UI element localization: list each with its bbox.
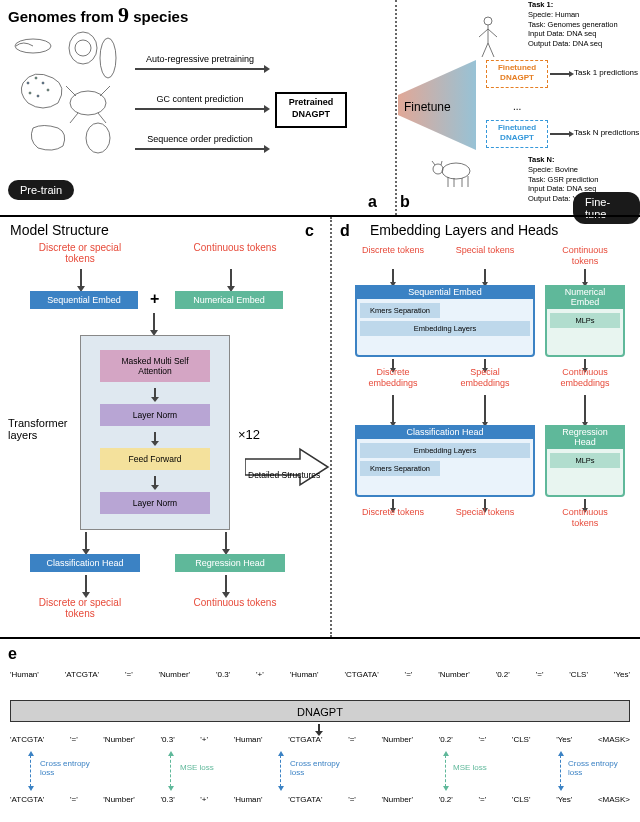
norm-layer-2: Layer Norm: [100, 492, 210, 514]
ce-label: Cross entropy loss: [290, 760, 350, 778]
token-row-1: 'Human''ATCGTA''=''Number''0.3''+''Human…: [10, 670, 630, 679]
c-bot-right: Continuous tokens: [180, 597, 290, 608]
arrow: [85, 575, 87, 593]
label-gc: GC content prediction: [135, 94, 265, 104]
mse-arrow: [445, 755, 447, 787]
token: '+': [200, 735, 208, 744]
svg-point-10: [70, 91, 106, 115]
panel-b-finetune: Finetune Finetuned DNAGPT Finetuned DNAG…: [398, 0, 640, 215]
feedforward-layer: Feed Forward: [100, 448, 210, 470]
svg-point-17: [484, 17, 492, 25]
ce-arrow: [30, 755, 32, 787]
token: 'CLS': [512, 795, 531, 804]
svg-point-3: [100, 38, 116, 78]
task1-desc: Task 1: Specie: Human Task: Genomes gene…: [528, 0, 618, 49]
d-discrete-tokens: Discrete tokens: [358, 245, 428, 256]
token: 'Human': [290, 670, 319, 679]
pretrain-badge: Pre-train: [8, 180, 74, 200]
num-embed-box: Numerical Embed MLPs: [545, 285, 625, 357]
panel-label-a: a: [368, 193, 377, 211]
arrow: [230, 269, 232, 287]
arrow-gc: [135, 108, 265, 110]
arrow: [392, 269, 394, 283]
svg-line-19: [479, 29, 488, 37]
regression-head: Regression Head: [175, 554, 285, 572]
classification-head: Classification Head: [30, 554, 140, 572]
c-top-right: Continuous tokens: [180, 242, 290, 253]
svg-point-5: [35, 77, 37, 79]
svg-point-6: [42, 82, 44, 84]
x12-label: ×12: [238, 427, 260, 442]
d-discrete-emb: Discrete embeddings: [358, 367, 428, 389]
mse-arrow: [170, 755, 172, 787]
svg-line-22: [488, 43, 494, 57]
species-illustration: [8, 28, 128, 158]
arrow: [154, 388, 156, 398]
human-icon: [473, 15, 503, 60]
token: '=': [125, 670, 133, 679]
arrow-seqorder: [135, 148, 265, 150]
detail-arrow: [245, 447, 330, 487]
ce-label: Cross entropy loss: [568, 760, 628, 778]
label-autoregressive: Auto-regressive pretraining: [135, 54, 265, 64]
panel-e-loss: 'Human''ATCGTA''=''Number''0.3''+''Human…: [0, 640, 640, 820]
token: 'ATCGTA': [10, 795, 44, 804]
d-continuous-tokens-2: Continuous tokens: [550, 507, 620, 529]
mse-label: MSE loss: [180, 764, 240, 773]
token: 'CTGATA': [344, 670, 378, 679]
finetune-label: Finetune: [404, 100, 451, 114]
arrow: [225, 575, 227, 593]
divider-horizontal-cd: [0, 637, 640, 639]
token: 'Yes': [614, 670, 630, 679]
svg-line-25: [432, 161, 435, 165]
arrow: [154, 432, 156, 442]
arrow: [154, 476, 156, 486]
token-row-2: 'ATCGTA''=''Number''0.3''+''Human''CTGAT…: [10, 735, 630, 744]
arrow: [318, 724, 320, 732]
token: 'Human': [10, 670, 39, 679]
token: 'Yes': [556, 735, 572, 744]
token: 'CLS': [569, 670, 588, 679]
finetuned-box-2: Finetuned DNAGPT: [486, 120, 548, 148]
arrow: [153, 313, 155, 331]
panel-a-pretrain: Genomes from 9 species: [0, 0, 390, 215]
token: 'ATCGTA': [10, 735, 44, 744]
pretrained-box: Pretrained DNAGPT: [275, 92, 347, 128]
divider-vertical-cd: [330, 217, 332, 637]
attention-layer: Masked Multi Self Attention: [100, 350, 210, 382]
panel-c-model: Model Structure Discrete or special toke…: [0, 217, 330, 637]
norm-layer-1: Layer Norm: [100, 404, 210, 426]
d-continuous-tokens: Continuous tokens: [550, 245, 620, 267]
detail-label: Detailed Structures: [248, 470, 320, 480]
c-top-left: Discrete or special tokens: [35, 242, 125, 264]
token: 'Number': [103, 735, 135, 744]
token: 'Human': [234, 795, 263, 804]
seq-embed-box: Sequential Embed Kmers Separation Embedd…: [355, 285, 535, 357]
title: Genomes from 9 species: [8, 2, 188, 28]
token: 'Number': [382, 795, 414, 804]
c-bot-left: Discrete or special tokens: [35, 597, 125, 619]
token: '=': [405, 670, 413, 679]
svg-point-4: [27, 82, 29, 84]
arrow-autoregressive: [135, 68, 265, 70]
arrow: [392, 395, 394, 423]
token: '=': [70, 735, 78, 744]
cow-icon: [428, 155, 476, 190]
token: '0.3': [160, 795, 174, 804]
arrow: [80, 269, 82, 287]
token: '0.2': [496, 670, 510, 679]
d-continuous-emb: Continuous embeddings: [550, 367, 620, 389]
arrow: [85, 532, 87, 550]
token: 'Number': [103, 795, 135, 804]
panel-d-embedding: Embedding Layers and Heads Discrete toke…: [340, 217, 640, 637]
task1-pred: Task 1 predictions: [574, 68, 638, 77]
d-discrete-tokens-2: Discrete tokens: [358, 507, 428, 518]
d-special-emb: Special embeddings: [450, 367, 520, 389]
taskn-pred: Task N predictions: [574, 128, 639, 137]
svg-point-8: [37, 95, 39, 97]
transformer-box: Masked Multi Self Attention Layer Norm F…: [80, 335, 230, 530]
token: 'Number': [159, 670, 191, 679]
ce-arrow: [280, 755, 282, 787]
panel-label-e: e: [8, 645, 17, 663]
token: 'Human': [234, 735, 263, 744]
